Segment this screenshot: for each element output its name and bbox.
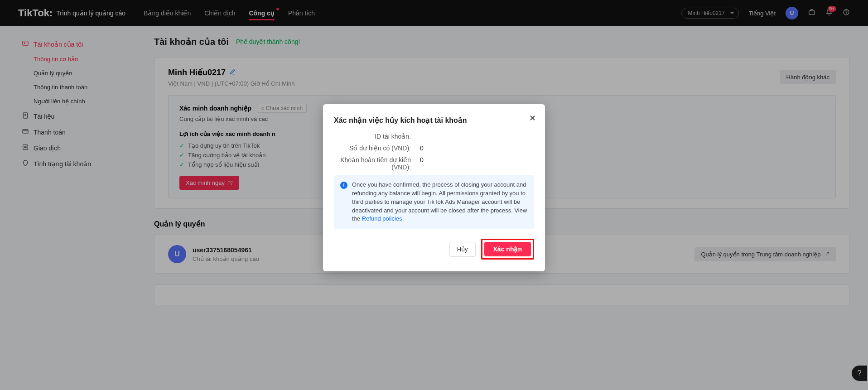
info-icon: i [340, 182, 347, 189]
modal-value-balance: 0 [420, 144, 424, 152]
modal-title: Xác nhận việc hủy kích hoạt tài khoản [334, 116, 534, 125]
refund-policies-link[interactable]: Refund policies [362, 215, 402, 222]
modal-label-account-id: ID tài khoản. [334, 133, 411, 140]
modal-value-refund: 0 [420, 156, 424, 171]
confirm-highlight-box: Xác nhận [481, 239, 534, 260]
deactivate-modal: Xác nhận việc hủy kích hoạt tài khoản ✕ … [323, 104, 545, 271]
modal-overlay: Xác nhận việc hủy kích hoạt tài khoản ✕ … [0, 0, 868, 390]
confirm-button[interactable]: Xác nhận [484, 242, 531, 256]
modal-info-box: i Once you have confirmed, the process o… [334, 175, 534, 229]
cancel-button[interactable]: Hủy [449, 242, 476, 257]
close-icon[interactable]: ✕ [529, 113, 536, 123]
modal-label-refund: Khoản hoàn tiền dự kiến (VND): [334, 156, 411, 171]
modal-label-balance: Số dư hiện có (VND): [334, 144, 411, 152]
